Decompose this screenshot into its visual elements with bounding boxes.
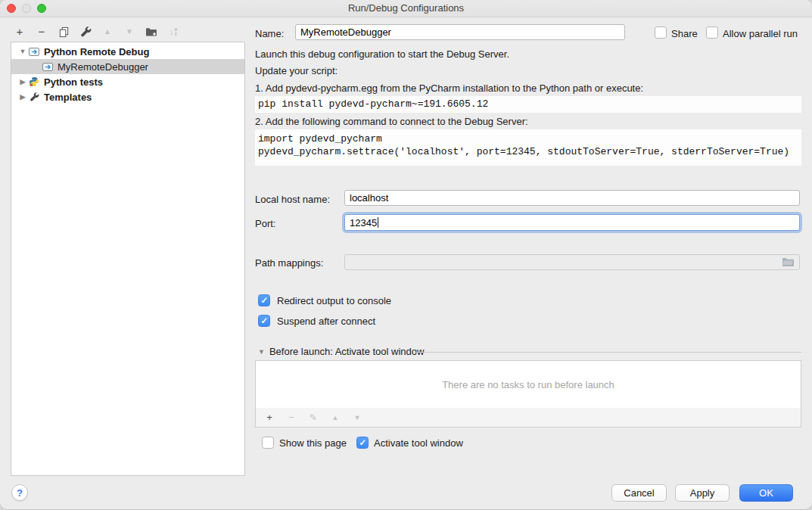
configurations-tree: ▼ Python Remote Debug MyRemoteDebugger ▶ [11,42,245,476]
arrow-down-icon: ▼ [123,26,135,38]
tree-item-myremotedebugger[interactable]: MyRemoteDebugger [11,59,244,74]
run-debug-configurations-dialog: Run/Debug Configurations + − ▲ ▼ ↓az ▼ P… [0,0,812,510]
tree-item-python-remote-debug[interactable]: ▼ Python Remote Debug [11,44,244,59]
share-label: Share [671,28,698,39]
before-launch-toolbar: + − ✎ ▲ ▼ [255,408,801,428]
plus-icon[interactable]: + [263,412,275,424]
wrench-icon [28,92,40,102]
cancel-button[interactable]: Cancel [611,484,667,502]
name-input-value: MyRemoteDebugger [300,26,391,38]
sort-az-icon: ↓az [167,26,179,38]
name-input[interactable]: MyRemoteDebugger [295,24,625,40]
tree-item-label: Templates [44,92,92,103]
chevron-right-icon[interactable]: ▶ [17,93,28,101]
configurations-toolbar: + − ▲ ▼ ↓az [14,23,179,41]
titlebar: Run/Debug Configurations [0,0,812,17]
tree-item-label: Python tests [44,76,103,88]
text-cursor [378,217,378,228]
allow-parallel-run-label: Allow parallel run [723,28,798,39]
chevron-down-icon[interactable]: ▼ [17,48,28,55]
tree-item-templates[interactable]: ▶ Templates [11,89,244,104]
arrow-down-icon: ▼ [351,412,363,424]
before-launch-task-list[interactable]: There are no tasks to run before launch [255,360,801,409]
settrace-code-line1: import pydevd_pycharm [258,132,801,145]
browse-folder-icon[interactable] [782,257,795,268]
instruction-intro: Launch this debug configuration to start… [255,48,509,60]
remote-debug-config-icon [42,61,54,72]
before-launch-separator [415,352,801,353]
activate-tool-window-checkbox[interactable] [356,437,369,449]
new-folder-icon[interactable] [145,26,157,38]
window-title: Run/Debug Configurations [0,2,812,14]
allow-parallel-run-checkbox[interactable] [706,26,718,39]
question-mark-icon: ? [17,487,23,499]
local-host-input[interactable]: localhost [344,190,800,206]
path-mappings-label: Path mappings: [255,257,323,269]
activate-tool-window-label: Activate tool window [374,437,463,449]
instruction-step1: 1. Add pydevd-pycharm.egg from the PyCha… [255,82,643,94]
settrace-code-line2: pydevd_pycharm.settrace('localhost', por… [258,145,801,158]
port-label: Port: [255,218,275,229]
pencil-icon: ✎ [307,412,319,424]
path-mappings-input[interactable] [344,254,800,270]
suspend-after-connect-label: Suspend after connect [277,316,375,327]
port-input-value: 12345 [350,217,377,229]
apply-button[interactable]: Apply [675,484,730,502]
instruction-step2: 2. Add the following command to connect … [255,116,528,127]
port-input[interactable]: 12345 [344,214,800,231]
local-host-label: Local host name: [255,194,330,205]
tree-item-label: Python Remote Debug [44,46,149,58]
tree-item-python-tests[interactable]: ▶ Python tests [11,74,244,89]
show-this-page-label: Show this page [279,437,347,449]
settrace-code[interactable]: import pydevd_pycharm pydevd_pycharm.set… [255,129,801,166]
copy-icon[interactable] [58,26,70,38]
minus-icon: − [285,412,297,424]
arrow-up-icon: ▲ [329,412,341,424]
show-this-page-checkbox[interactable] [262,437,274,449]
redirect-output-label: Redirect output to console [277,295,391,306]
redirect-output-checkbox[interactable] [258,294,270,306]
help-button[interactable]: ? [11,484,28,501]
chevron-down-icon[interactable]: ▼ [258,348,265,356]
remote-debug-config-icon [28,46,40,57]
before-launch-empty-text: There are no tasks to run before launch [442,379,614,390]
tree-item-label: MyRemoteDebugger [58,61,148,73]
python-tests-icon [28,76,40,87]
name-label: Name: [255,28,284,39]
plus-icon[interactable]: + [14,26,26,38]
local-host-input-value: localhost [350,192,388,204]
chevron-right-icon[interactable]: ▶ [17,78,28,86]
pip-install-code[interactable]: pip install pydevd-pycharm~=191.6605.12 [255,96,801,113]
ok-button[interactable]: OK [739,484,793,502]
arrow-up-icon: ▲ [101,26,114,38]
instruction-update: Update your script: [255,65,338,76]
minus-icon[interactable]: − [36,26,48,38]
wrench-icon[interactable] [79,26,92,38]
share-checkbox[interactable] [655,26,667,39]
before-launch-title: Before launch: Activate tool window [269,346,425,357]
suspend-after-connect-checkbox[interactable] [258,315,270,327]
before-launch-header[interactable]: ▼ Before launch: Activate tool window [258,346,424,357]
